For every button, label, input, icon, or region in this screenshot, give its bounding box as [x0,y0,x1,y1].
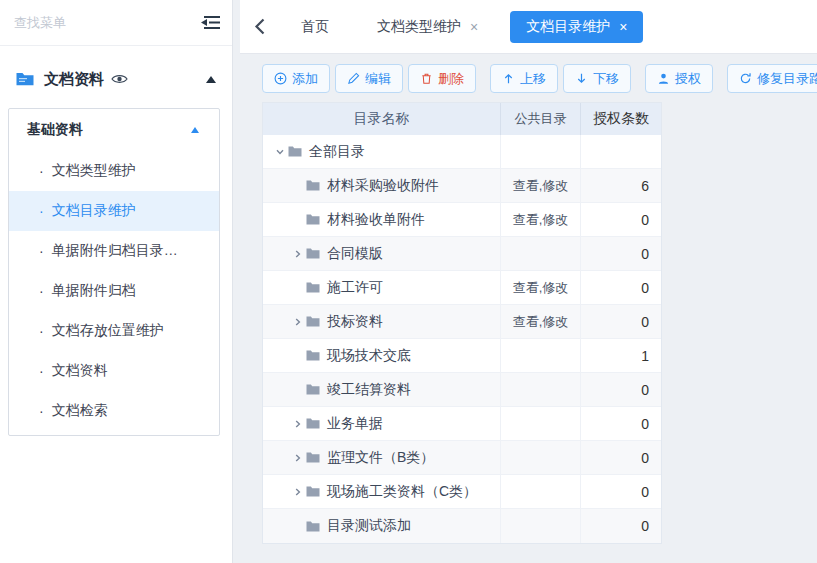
cell-directory-name: 材料验收单附件 [263,203,501,236]
delete-button[interactable]: 删除 [408,64,476,93]
cell-directory-name: 全部目录 [263,135,501,168]
directory-name: 监理文件（B类） [327,449,434,467]
table-row[interactable]: 竣工结算资料0 [263,373,661,407]
refresh-icon [739,72,752,85]
arrow-up-icon [502,72,515,85]
cell-directory-name: 现场施工类资料（C类） [263,475,501,508]
cell-public-directory [501,135,581,168]
sidebar-item-3[interactable]: ·单据附件归档 [9,271,219,311]
sidebar-item-5[interactable]: ·文档资料 [9,351,219,391]
sidebar-item-6[interactable]: ·文档检索 [9,391,219,431]
sidebar-section-docs[interactable]: 文档资料 [0,58,232,100]
user-icon [657,72,670,85]
table-row[interactable]: 施工许可查看,修改0 [263,271,661,305]
move-down-label: 下移 [593,70,619,88]
caret-right-icon[interactable] [289,317,306,327]
cell-auth-count: 0 [581,475,661,508]
folder-icon [306,384,320,395]
caret-right-icon[interactable] [289,453,306,463]
sidebar-item-label: 文档检索 [52,402,108,420]
cell-auth-count: 6 [581,169,661,202]
sidebar-item-0[interactable]: ·文档类型维护 [9,151,219,191]
directory-name: 业务单据 [327,415,383,433]
cell-auth-count: 0 [581,305,661,338]
edit-label: 编辑 [365,70,391,88]
column-header-public: 公共目录 [501,103,581,135]
caret-right-icon[interactable] [289,249,306,259]
cell-directory-name: 竣工结算资料 [263,373,501,406]
folder-icon [306,248,320,259]
directory-name: 竣工结算资料 [327,381,411,399]
sidebar: 文档资料 基础资料 ·文档类型维护·文档目录维护·单据附件归档目录…·单据附件归… [0,0,233,563]
sidebar-item-label: 文档类型维护 [52,162,136,180]
back-chevron-icon[interactable] [254,18,265,35]
sidebar-group-basic[interactable]: 基础资料 [9,109,219,151]
folder-icon [288,146,302,157]
tab-1[interactable]: 文档类型维护× [361,11,494,43]
move-up-button[interactable]: 上移 [490,64,558,93]
sidebar-item-label: 文档存放位置维护 [52,322,164,340]
sidebar-item-2[interactable]: ·单据附件归档目录… [9,231,219,271]
directory-name: 现场施工类资料（C类） [327,483,477,501]
sidebar-item-4[interactable]: ·文档存放位置维护 [9,311,219,351]
cell-auth-count: 0 [581,509,661,543]
cell-auth-count: 1 [581,339,661,372]
cell-directory-name: 合同模版 [263,237,501,270]
caret-right-icon[interactable] [289,419,306,429]
caret-right-icon[interactable] [289,487,306,497]
cell-directory-name: 监理文件（B类） [263,441,501,474]
group-collapse-arrow-icon[interactable] [191,127,199,133]
table-row[interactable]: 现场技术交底1 [263,339,661,373]
cell-auth-count: 0 [581,237,661,270]
cell-public-directory: 查看,修改 [501,305,581,338]
table-row[interactable]: 业务单据0 [263,407,661,441]
collapse-arrow-icon[interactable] [206,76,216,83]
close-icon[interactable]: × [619,20,627,34]
cell-directory-name: 施工许可 [263,271,501,304]
directory-name: 材料采购验收附件 [327,177,439,195]
bullet-icon: · [39,403,44,419]
authorize-button[interactable]: 授权 [645,64,713,93]
sidebar-item-list: ·文档类型维护·文档目录维护·单据附件归档目录…·单据附件归档·文档存放位置维护… [9,151,219,431]
sidebar-group-label: 基础资料 [27,121,83,139]
edit-button[interactable]: 编辑 [335,64,403,93]
page-content: 添加 编辑 删除 上移 [240,54,817,544]
cell-public-directory: 查看,修改 [501,203,581,236]
cell-directory-name: 现场技术交底 [263,339,501,372]
directory-table: 目录名称 公共目录 授权条数 全部目录材料采购验收附件查看,修改6材料验收单附件… [262,102,662,544]
tab-0[interactable]: 首页 [285,11,345,43]
sidebar-item-1[interactable]: ·文档目录维护 [9,191,219,231]
blue-folder-icon [16,72,34,86]
repair-path-button[interactable]: 修复目录路径 [727,64,817,93]
caret-down-icon[interactable] [271,147,288,157]
table-row[interactable]: 目录测试添加0 [263,509,661,543]
tab-2[interactable]: 文档目录维护× [510,11,643,43]
add-label: 添加 [292,70,318,88]
table-row[interactable]: 材料采购验收附件查看,修改6 [263,169,661,203]
table-row[interactable]: 监理文件（B类）0 [263,441,661,475]
folder-icon [306,350,320,361]
table-row[interactable]: 合同模版0 [263,237,661,271]
menu-search-input[interactable] [14,15,190,30]
cell-public-directory [501,475,581,508]
add-button[interactable]: 添加 [262,64,330,93]
folder-icon [306,452,320,463]
plus-circle-icon [274,72,287,85]
move-down-button[interactable]: 下移 [563,64,631,93]
table-row[interactable]: 全部目录 [263,135,661,169]
sidebar-search-bar [0,0,232,46]
folder-icon [306,418,320,429]
table-row[interactable]: 现场施工类资料（C类）0 [263,475,661,509]
bullet-icon: · [39,243,44,259]
eye-icon[interactable] [111,73,128,85]
menu-fold-icon[interactable] [200,14,222,31]
authorize-label: 授权 [675,70,701,88]
cell-auth-count: 0 [581,373,661,406]
close-icon[interactable]: × [470,20,478,34]
directory-name: 现场技术交底 [327,347,411,365]
table-row[interactable]: 材料验收单附件查看,修改0 [263,203,661,237]
table-row[interactable]: 投标资料查看,修改0 [263,305,661,339]
sidebar-item-label: 文档资料 [52,362,108,380]
cell-directory-name: 目录测试添加 [263,509,501,543]
cell-public-directory: 查看,修改 [501,271,581,304]
